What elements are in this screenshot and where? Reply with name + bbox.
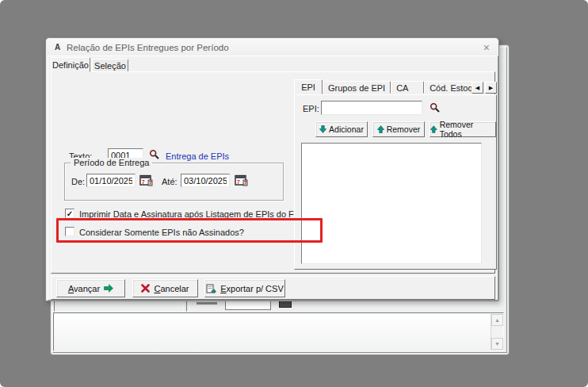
adicionar-label: Adicionar: [329, 125, 364, 134]
print-signature-checkbox[interactable]: ✓: [65, 209, 74, 218]
texto-description-link[interactable]: Entrega de EPIs: [166, 151, 229, 161]
tab-scroll-left-button[interactable]: ◀: [472, 82, 483, 94]
cancelar-button[interactable]: Cancelar: [132, 279, 198, 297]
title-bar[interactable]: A Relação de EPIs Entregues por Período …: [47, 39, 498, 56]
date-to-input[interactable]: [181, 174, 230, 187]
definicao-tab-page: Texto: Entrega de EPIs Período de Entreg…: [51, 71, 495, 274]
date-from-calendar-icon[interactable]: 7 7: [139, 174, 153, 186]
svg-text:7: 7: [244, 180, 247, 186]
red-highlight-annotation: [56, 218, 323, 243]
date-from-label: De:: [71, 177, 85, 186]
period-group-title: Período de Entrega: [71, 158, 152, 167]
scroll-down-button[interactable]: ▼: [491, 338, 503, 350]
epi-tab-body: EPI: Adicionar Remover: [294, 94, 497, 270]
arrow-up-icon: [377, 125, 384, 133]
tab-grupos-de-epi[interactable]: Grupos de EPI: [323, 81, 391, 94]
epi-search-input[interactable]: [321, 101, 422, 115]
svg-text:7: 7: [149, 180, 152, 186]
tab-scroll-right-button[interactable]: ▶: [485, 82, 497, 94]
cancel-x-icon: [141, 284, 150, 293]
footer-button-bar: Avançar Cancelar Exportar p/ CSV: [51, 276, 495, 300]
tab-scroll-left-icon: ◀: [475, 85, 479, 90]
arrow-right-icon: [104, 284, 113, 293]
remover-button[interactable]: Remover: [372, 121, 425, 137]
app-icon: A: [52, 42, 63, 52]
tab-scroll-right-icon: ▶: [489, 85, 493, 90]
remover-todos-label: Remover Todos: [440, 120, 495, 139]
remover-todos-button[interactable]: Remover Todos: [430, 121, 496, 137]
checkmark-icon: ✓: [67, 209, 73, 218]
desktop-background: ▲ ▼ A Relação de EPIs Entregues por Perí…: [0, 0, 588, 387]
svg-text:7: 7: [237, 179, 240, 185]
exportar-label: Exportar p/ CSV: [220, 284, 283, 293]
background-clipped-text-fragment: [197, 302, 217, 305]
tab-ca[interactable]: CA: [391, 81, 424, 94]
arrow-up-icon: [430, 125, 437, 133]
adicionar-button[interactable]: Adicionar: [315, 121, 368, 137]
export-csv-icon: [206, 284, 216, 293]
dialog-body: Definição Seleção Texto: Entrega de EPIs…: [48, 56, 498, 301]
tab-epi[interactable]: EPI: [294, 79, 323, 94]
background-clipped-widget: [279, 301, 292, 308]
epi-selected-listbox[interactable]: [301, 143, 482, 264]
svg-text:7: 7: [142, 179, 145, 185]
cancelar-label: Cancelar: [154, 284, 189, 293]
log-scrollbar[interactable]: ▲ ▼: [491, 314, 502, 350]
avancar-label: Avançar: [68, 284, 100, 293]
tab-selecao[interactable]: Seleção: [92, 59, 128, 72]
scroll-down-icon: ▼: [494, 341, 500, 347]
exportar-csv-button[interactable]: Exportar p/ CSV: [204, 279, 285, 297]
epi-search-icon[interactable]: [430, 102, 441, 113]
tab-cod-estoque[interactable]: Cód. Estoque: [424, 81, 472, 94]
date-from-input[interactable]: [86, 174, 136, 187]
background-log-box: ▲ ▼: [53, 312, 504, 351]
remover-label: Remover: [387, 125, 421, 134]
arrow-down-icon: [319, 125, 326, 133]
window-title: Relação de EPIs Entregues por Período: [67, 43, 482, 52]
date-to-calendar-icon[interactable]: 7 7: [235, 174, 248, 186]
report-dialog-window: A Relação de EPIs Entregues por Período …: [45, 37, 499, 301]
close-icon[interactable]: ×: [482, 42, 491, 53]
period-groupbox: Período de Entrega De: 7 7 Até:: [64, 163, 284, 201]
scroll-up-icon: ▲: [494, 317, 500, 323]
epi-tab-strip: EPI Grupos de EPI CA Cód. Estoque Motivo…: [294, 79, 472, 94]
epi-tab-control: EPI Grupos de EPI CA Cód. Estoque Motivo…: [294, 79, 497, 270]
epi-field-label: EPI:: [303, 104, 319, 113]
date-to-label: Até:: [162, 177, 178, 186]
avancar-button[interactable]: Avançar: [56, 279, 125, 297]
scroll-up-button[interactable]: ▲: [491, 314, 503, 326]
tab-definicao[interactable]: Definição: [51, 57, 90, 72]
